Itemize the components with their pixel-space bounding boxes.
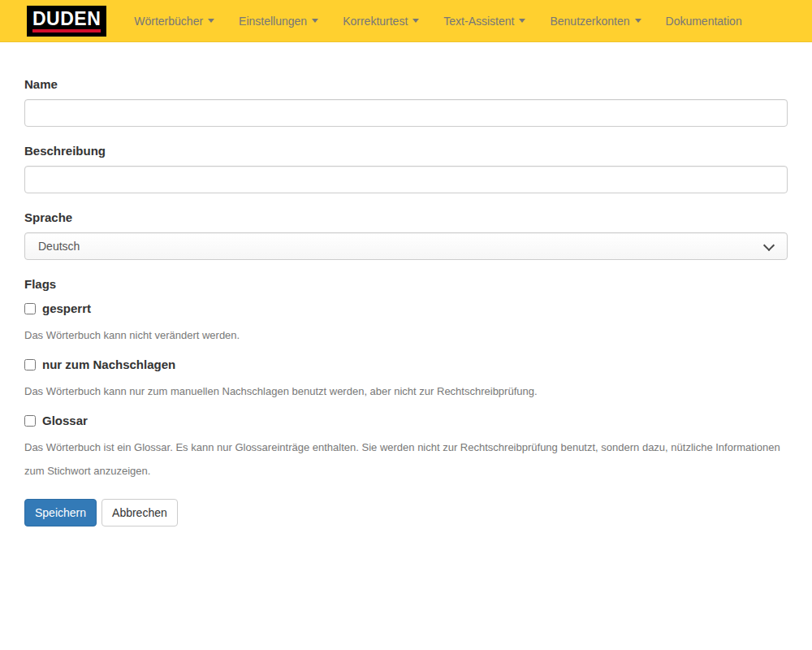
gesperrt-help-text: Das Wörterbuch kann nicht verändert werd… <box>24 323 788 347</box>
nav-item-label: Text-Assistent <box>443 13 514 29</box>
nav-item-label: Wörterbücher <box>134 13 203 29</box>
name-field-group: Name <box>24 76 788 127</box>
brand-logo[interactable]: DUDEN <box>27 6 106 37</box>
flag-glossar-row[interactable]: Glossar <box>24 413 788 429</box>
beschreibung-field-group: Beschreibung <box>24 143 788 193</box>
save-button[interactable]: Speichern <box>24 499 97 526</box>
gesperrt-label: gesperrt <box>42 301 91 317</box>
flag-nachschlagen-row[interactable]: nur zum Nachschlagen <box>24 357 788 373</box>
caret-down-icon <box>412 19 419 23</box>
nav-item-korrekturtest[interactable]: Korrekturtest <box>330 1 431 41</box>
nav-item-label: Dokumentation <box>666 13 742 29</box>
sprache-label: Sprache <box>24 210 788 226</box>
nav-item-benutzerkonten[interactable]: Benutzerkonten <box>538 1 653 41</box>
name-input[interactable] <box>24 99 788 127</box>
nav-item-woerterbuecher[interactable]: Wörterbücher <box>122 1 227 41</box>
glossar-label: Glossar <box>42 413 88 429</box>
nav-item-dokumentation[interactable]: Dokumentation <box>654 1 754 41</box>
brand-text: DUDEN <box>32 9 101 32</box>
nav-item-label: Einstellungen <box>239 13 307 29</box>
flag-item-nachschlagen: nur zum Nachschlagen Das Wörterbuch kann… <box>24 357 788 403</box>
glossar-checkbox[interactable] <box>24 415 36 427</box>
nav-item-einstellungen[interactable]: Einstellungen <box>227 1 330 41</box>
nav-item-label: Benutzerkonten <box>550 13 629 29</box>
gesperrt-checkbox[interactable] <box>24 303 36 314</box>
dictionary-edit-form: Name Beschreibung Sprache Deutsch Flags … <box>0 42 812 559</box>
sprache-select-wrap: Deutsch <box>24 232 788 260</box>
flag-item-gesperrt: gesperrt Das Wörterbuch kann nicht verän… <box>24 301 788 347</box>
flag-gesperrt-row[interactable]: gesperrt <box>24 301 788 317</box>
nur-zum-nachschlagen-checkbox[interactable] <box>24 359 36 370</box>
flags-group: Flags gesperrt Das Wörterbuch kann nicht… <box>24 276 788 483</box>
nur-zum-nachschlagen-label: nur zum Nachschlagen <box>42 357 175 373</box>
flags-label: Flags <box>24 276 788 292</box>
name-label: Name <box>24 76 788 93</box>
navbar: DUDEN Wörterbücher Einstellungen Korrekt… <box>0 0 812 42</box>
flag-item-glossar: Glossar Das Wörterbuch ist ein Glossar. … <box>24 413 788 483</box>
nav-item-label: Korrekturtest <box>343 13 408 29</box>
beschreibung-label: Beschreibung <box>24 143 788 159</box>
caret-down-icon <box>312 19 318 23</box>
cancel-button[interactable]: Abbrechen <box>102 499 178 526</box>
caret-down-icon <box>519 19 525 23</box>
caret-down-icon <box>208 19 214 23</box>
sprache-field-group: Sprache Deutsch <box>24 210 788 260</box>
sprache-select[interactable]: Deutsch <box>24 232 788 260</box>
caret-down-icon <box>635 19 641 23</box>
main-menu: Wörterbücher Einstellungen Korrekturtest… <box>122 1 754 41</box>
nav-item-text-assistent[interactable]: Text-Assistent <box>431 1 538 41</box>
nachschlagen-help-text: Das Wörterbuch kann nur zum manuellen Na… <box>24 379 788 403</box>
glossar-help-text: Das Wörterbuch ist ein Glossar. Es kann … <box>24 436 788 483</box>
beschreibung-input[interactable] <box>24 166 788 193</box>
form-actions: Speichern Abbrechen <box>24 499 788 526</box>
